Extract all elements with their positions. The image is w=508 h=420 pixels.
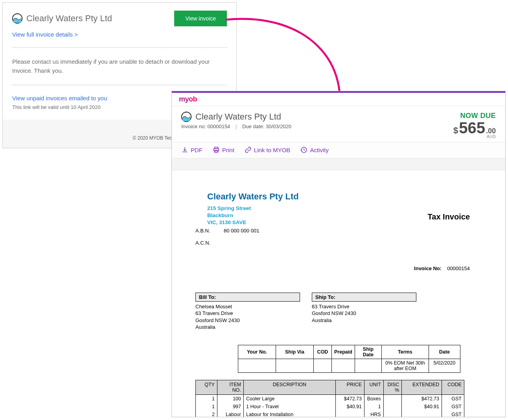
ship-value xyxy=(314,359,332,372)
item-header: DISC % xyxy=(383,380,402,394)
item-cell: 997 xyxy=(217,403,243,411)
ship-header: Your No. xyxy=(238,345,276,359)
address-boxes: Bill To: Chelsea Mosset 63 Travers Drive… xyxy=(195,293,490,331)
item-cell: $472.73 xyxy=(402,394,442,403)
item-header: CODE xyxy=(442,380,464,394)
item-cell: GST xyxy=(442,394,464,403)
divider xyxy=(12,85,227,85)
ship-to-address: 63 Travers Drive Gosford NSW 2430 Austra… xyxy=(312,302,416,324)
print-label: Print xyxy=(222,147,234,153)
doc-company-name: Clearly Waters Pty Ltd xyxy=(207,192,490,202)
item-cell: $472.73 xyxy=(335,394,364,403)
doc-invoice-no-row: Invoice No: 00000154 xyxy=(195,265,490,271)
download-icon xyxy=(181,146,188,153)
item-cell: Cooler Large xyxy=(243,394,335,403)
view-invoice-button[interactable]: View invoice xyxy=(174,11,227,26)
now-due-label: NOW DUE xyxy=(453,112,496,120)
item-cell: Labour for Installation xyxy=(243,411,335,417)
wave-logo-icon xyxy=(181,112,191,122)
bill-to-box: Bill To: Chelsea Mosset 63 Travers Drive… xyxy=(195,293,300,331)
bill-to-heading: Bill To: xyxy=(195,293,300,302)
item-cell: HRS xyxy=(364,411,384,417)
link-icon xyxy=(245,146,252,153)
activity-button[interactable]: Activity xyxy=(300,146,329,153)
acn-row: A.C.N. xyxy=(195,240,490,246)
item-cell: $40.91 xyxy=(402,403,442,411)
item-cell xyxy=(383,394,402,403)
item-cell: 1 xyxy=(196,403,217,411)
item-cell: 2 xyxy=(196,411,217,417)
abn-row: A.B.N. 80 000 000 001 xyxy=(195,228,490,234)
item-header: UNIT xyxy=(364,380,384,394)
ship-header: Date xyxy=(429,345,460,359)
pdf-button[interactable]: PDF xyxy=(181,146,202,153)
due-date-label: Due date: xyxy=(242,123,264,129)
ship-header: Prepaid xyxy=(332,345,355,359)
view-unpaid-invoices-link[interactable]: View unpaid invoices emailed to you xyxy=(12,95,107,101)
item-header: DESCRIPTION xyxy=(243,380,335,394)
history-icon xyxy=(300,146,307,153)
item-header: EXTENDED xyxy=(402,380,442,394)
item-cell xyxy=(383,403,402,411)
link-label: Link to MYOB xyxy=(254,147,291,153)
action-bar: PDF Print Link to MYOB Activity xyxy=(172,142,505,158)
activity-label: Activity xyxy=(310,147,329,153)
wave-logo-icon xyxy=(12,13,22,24)
item-cell: 1 xyxy=(196,394,217,403)
view-full-details-link[interactable]: View full invoice details > xyxy=(12,31,227,38)
ship-info-table: Your No.Ship ViaCODPrepaidShip DateTerms… xyxy=(238,345,460,373)
amount-display: $ 565 .00 xyxy=(453,120,496,136)
amount-main: 565 xyxy=(459,120,485,136)
ship-value: 5/02/2020 xyxy=(429,359,460,372)
ship-header: Terms xyxy=(381,345,429,359)
ship-to-heading: Ship To: xyxy=(312,293,416,302)
ship-header: Ship Date xyxy=(355,345,381,359)
abn-label: A.B.N. xyxy=(195,228,214,234)
table-row: 2LabourLabour for InstallationHRSGST xyxy=(196,411,464,417)
invoice-panel: myob Clearly Waters Pty Ltd Invoice no: … xyxy=(171,91,506,417)
pdf-label: PDF xyxy=(191,147,202,153)
line-items-table: QTYITEM NO.DESCRIPTIONPRICEUNITDISC %EXT… xyxy=(195,380,464,417)
doc-invoice-no-value: 00000154 xyxy=(447,265,470,271)
invoice-company-name: Clearly Waters Pty Ltd xyxy=(195,112,281,122)
email-header: Clearly Waters Pty Ltd View invoice xyxy=(12,11,227,26)
addr-line: 215 Spring Street xyxy=(207,205,490,212)
ship-to-box: Ship To: 63 Travers Drive Gosford NSW 24… xyxy=(312,293,416,331)
print-icon xyxy=(213,146,220,153)
bill-to-address: Chelsea Mosset 63 Travers Drive Gosford … xyxy=(195,302,300,331)
dollar-sign: $ xyxy=(453,125,458,136)
item-cell xyxy=(402,411,442,417)
invoice-no-label: Invoice no: xyxy=(181,123,206,129)
invoice-no-value: 00000154 xyxy=(208,123,230,129)
divider xyxy=(12,47,227,48)
item-header: QTY xyxy=(196,380,217,394)
item-cell: $40.91 xyxy=(335,403,364,411)
item-cell xyxy=(383,411,402,417)
ship-header: COD xyxy=(314,345,332,359)
invoice-document: Clearly Waters Pty Ltd 215 Spring Street… xyxy=(172,170,505,417)
link-to-myob-button[interactable]: Link to MYOB xyxy=(245,146,291,153)
item-cell: 100 xyxy=(217,394,243,403)
item-cell: Labour xyxy=(217,411,243,417)
abn-value: 80 000 000 001 xyxy=(224,228,259,234)
ship-header: Ship Via xyxy=(276,345,314,359)
acn-label: A.C.N. xyxy=(195,240,214,246)
doc-invoice-no-label: Invoice No: xyxy=(414,265,442,271)
table-row: 1100Cooler Large$472.73Boxes$472.73GST xyxy=(196,394,464,403)
invoice-header: Clearly Waters Pty Ltd Invoice no: 00000… xyxy=(172,106,505,142)
item-cell: 1 Hour - Travel xyxy=(243,403,335,411)
item-cell: GST xyxy=(442,403,464,411)
item-header: PRICE xyxy=(335,380,364,394)
ship-value xyxy=(332,359,355,372)
invoice-company: Clearly Waters Pty Ltd xyxy=(181,112,291,122)
item-cell: Boxes xyxy=(364,394,384,403)
table-row: 19971 Hour - Travel$40.911$40.91GST xyxy=(196,403,464,411)
item-cell: GST xyxy=(442,411,464,417)
print-button[interactable]: Print xyxy=(213,146,234,153)
due-date-value: 30/03/2020 xyxy=(266,123,291,129)
ship-value xyxy=(238,359,276,372)
email-company-name: Clearly Waters Pty Ltd xyxy=(26,13,112,24)
gray-strip xyxy=(172,158,505,170)
ship-value: 0% EOM Net 30th after EOM xyxy=(381,359,429,372)
item-cell xyxy=(335,411,364,417)
